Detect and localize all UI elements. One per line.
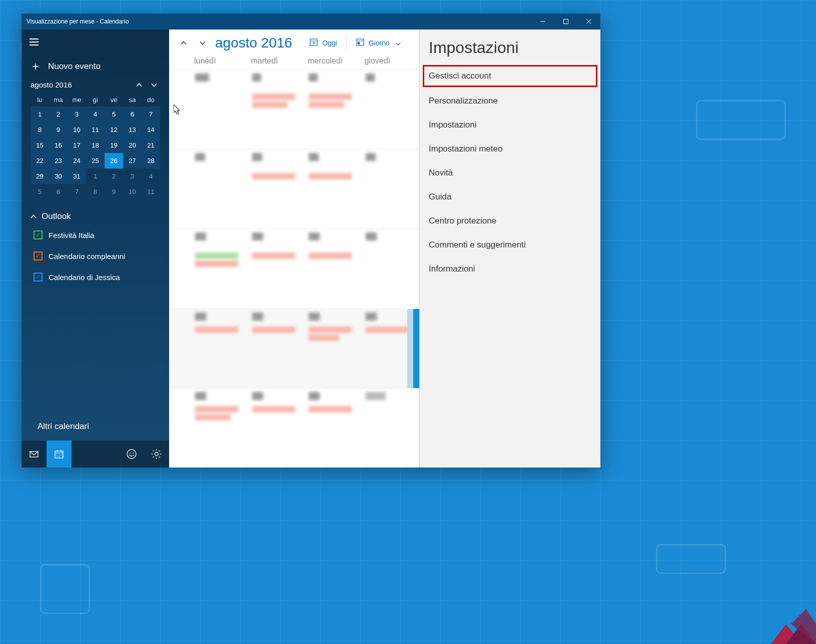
settings-item[interactable]: Personalizzazione: [420, 89, 600, 113]
mini-cal-day[interactable]: 5: [105, 106, 123, 122]
calendar-label: Festività Italia: [49, 231, 95, 240]
mini-cal-day[interactable]: 2: [105, 168, 123, 184]
today-button[interactable]: Oggi: [303, 34, 343, 52]
day-cell[interactable]: [249, 388, 306, 468]
main-toolbar: agosto 2016 Oggi Giorno: [169, 30, 419, 56]
mini-cal-day[interactable]: 20: [123, 138, 142, 153]
day-cell[interactable]: [192, 150, 249, 228]
settings-item[interactable]: Commenti e suggerimenti: [420, 233, 600, 257]
mini-cal-day[interactable]: 31: [68, 168, 86, 184]
mini-cal-day[interactable]: 5: [31, 184, 49, 200]
mini-cal-day[interactable]: 4: [86, 106, 105, 122]
day-cell[interactable]: [363, 309, 420, 388]
mini-cal-day-header: ve: [105, 93, 123, 106]
minimize-button[interactable]: [531, 14, 554, 30]
today-label: Oggi: [322, 39, 337, 47]
mini-cal-day[interactable]: 21: [142, 138, 160, 153]
mini-cal-day[interactable]: 19: [105, 138, 123, 153]
day-cell[interactable]: [192, 70, 249, 149]
svg-point-16: [130, 452, 131, 454]
mini-cal-day[interactable]: 7: [142, 106, 160, 122]
close-button[interactable]: [577, 14, 600, 30]
calendar-app-button[interactable]: [47, 440, 72, 468]
mini-cal-day[interactable]: 22: [31, 153, 49, 168]
day-cell[interactable]: [306, 388, 363, 468]
settings-item[interactable]: Impostazioni: [420, 113, 600, 137]
mini-cal-day[interactable]: 9: [49, 122, 68, 138]
day-cell[interactable]: [306, 70, 363, 149]
day-cell[interactable]: [363, 229, 420, 308]
mini-cal-day[interactable]: 26: [105, 153, 123, 168]
mini-cal-day[interactable]: 12: [105, 122, 123, 138]
svg-point-17: [133, 452, 134, 454]
mini-cal-day[interactable]: 18: [86, 138, 105, 153]
prev-month-button[interactable]: [175, 34, 192, 52]
mini-cal-day[interactable]: 10: [68, 122, 86, 138]
settings-item[interactable]: Centro protezione: [420, 209, 600, 233]
mini-cal-day[interactable]: 30: [49, 168, 68, 184]
day-cell[interactable]: [363, 150, 420, 228]
day-cell[interactable]: [249, 229, 306, 308]
day-cell[interactable]: [192, 229, 249, 308]
maximize-button[interactable]: [554, 14, 577, 30]
mini-cal-day[interactable]: 3: [123, 168, 142, 184]
hamburger-button[interactable]: [22, 30, 47, 54]
new-event-button[interactable]: + Nuovo evento: [22, 54, 169, 78]
day-cell[interactable]: [306, 309, 363, 388]
mini-cal-next-button[interactable]: [148, 82, 160, 88]
settings-item[interactable]: Guida: [420, 185, 600, 209]
other-calendars-button[interactable]: Altri calendari: [22, 412, 169, 440]
week-row: [169, 388, 419, 468]
mini-cal-day[interactable]: 2: [49, 106, 68, 122]
account-toggle[interactable]: Outlook: [22, 204, 169, 224]
mini-cal-day[interactable]: 29: [31, 168, 49, 184]
next-month-button[interactable]: [194, 34, 211, 52]
mini-cal-day[interactable]: 9: [105, 184, 123, 200]
mini-cal-day[interactable]: 25: [86, 153, 105, 168]
settings-item[interactable]: Impostazioni meteo: [420, 137, 600, 161]
day-cell[interactable]: [363, 70, 420, 149]
day-cell[interactable]: [249, 150, 306, 228]
mini-cal-day[interactable]: 8: [86, 184, 105, 200]
calendar-list-item[interactable]: ✓Calendario di Jessica: [31, 266, 160, 288]
settings-item[interactable]: Gestisci account: [423, 65, 597, 87]
day-cell[interactable]: [192, 388, 249, 468]
gear-icon: [151, 448, 162, 460]
settings-item[interactable]: Novità: [420, 161, 600, 185]
mini-cal-day[interactable]: 8: [31, 122, 49, 138]
day-cell[interactable]: [249, 70, 306, 149]
mini-cal-day[interactable]: 23: [49, 153, 68, 168]
mini-cal-day[interactable]: 7: [68, 184, 86, 200]
mini-cal-day[interactable]: 16: [49, 138, 68, 153]
mini-cal-day[interactable]: 4: [142, 168, 160, 184]
settings-button[interactable]: [144, 440, 169, 468]
svg-rect-31: [358, 42, 360, 44]
mail-app-button[interactable]: [22, 440, 47, 468]
feedback-button[interactable]: [119, 440, 144, 468]
mini-cal-day[interactable]: 28: [142, 153, 160, 168]
calendar-list-item[interactable]: ✓Calendario compleanni: [31, 246, 160, 266]
mini-cal-day[interactable]: 6: [49, 184, 68, 200]
mini-cal-day[interactable]: 15: [31, 138, 49, 153]
mini-cal-day[interactable]: 11: [142, 184, 160, 200]
day-cell[interactable]: [249, 309, 306, 388]
mini-cal-day[interactable]: 6: [123, 106, 142, 122]
mini-cal-day[interactable]: 1: [86, 168, 105, 184]
mini-cal-day[interactable]: 14: [142, 122, 160, 138]
mini-cal-prev-button[interactable]: [133, 82, 145, 88]
day-cell[interactable]: [306, 229, 363, 308]
mini-cal-day[interactable]: 10: [123, 184, 142, 200]
mini-cal-day[interactable]: 17: [68, 138, 86, 153]
day-view-button[interactable]: Giorno: [350, 34, 407, 52]
mini-cal-day[interactable]: 11: [86, 122, 105, 138]
mini-cal-day[interactable]: 13: [123, 122, 142, 138]
mini-cal-day[interactable]: 3: [68, 106, 86, 122]
mini-cal-day[interactable]: 24: [68, 153, 86, 168]
day-cell[interactable]: [192, 309, 249, 388]
calendar-list-item[interactable]: ✓Festività Italia: [31, 224, 160, 246]
day-cell[interactable]: [363, 388, 420, 468]
mini-cal-day[interactable]: 27: [123, 153, 142, 168]
mini-cal-day[interactable]: 1: [31, 106, 49, 122]
settings-item[interactable]: Informazioni: [420, 257, 600, 281]
day-cell[interactable]: [306, 150, 363, 228]
